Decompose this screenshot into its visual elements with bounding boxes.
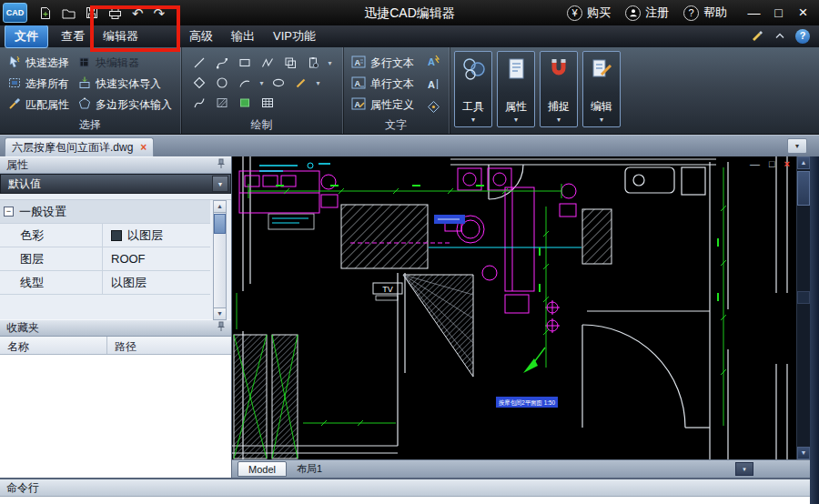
pin-icon[interactable]	[217, 158, 226, 172]
maximize-button[interactable]: □	[766, 5, 791, 20]
gradient-fill-icon[interactable]	[235, 94, 255, 112]
quick-entity-import-label: 快速实体导入	[96, 76, 161, 92]
property-grid-scrollbar[interactable]: ▲ ▼	[213, 200, 227, 320]
edit-label: 编辑	[591, 99, 612, 115]
attribute-tag-icon[interactable]	[427, 100, 440, 117]
menu-tab-vip[interactable]: VIP功能	[264, 25, 325, 47]
quick-entity-import-button[interactable]: 快速实体导入	[78, 74, 172, 95]
dropdown-arrow-icon: ▾	[600, 116, 603, 124]
property-row-color[interactable]: 色彩 以图层	[0, 224, 210, 247]
pin-icon[interactable]	[217, 321, 226, 335]
text-cursor-icon[interactable]: A	[427, 77, 440, 95]
tab-close-icon[interactable]: ×	[140, 141, 147, 154]
draw-group: ▾ ▾ ▾ 绘制	[181, 47, 343, 134]
polyline-icon[interactable]	[212, 54, 232, 72]
attribute-define-button[interactable]: A 属性定义	[351, 95, 414, 116]
chevron-down-icon[interactable]: ▼	[212, 176, 228, 192]
layout1-tab[interactable]: 布局1	[287, 461, 332, 477]
property-grid: − 一般设置 色彩 以图层 图层 ROOF 线型 以图层 ▲ ▼	[0, 199, 231, 319]
preset-dropdown[interactable]: 默认值 ▼	[0, 174, 231, 194]
block-editor-button[interactable]: 块编辑器	[78, 53, 172, 74]
sketch-pencil-icon[interactable]	[291, 74, 311, 92]
line-icon[interactable]	[189, 54, 209, 72]
scroll-up-icon[interactable]: ▲	[797, 156, 810, 169]
collapse-expander-icon[interactable]: −	[4, 207, 14, 217]
table-icon[interactable]	[258, 94, 278, 112]
command-line-input[interactable]	[0, 496, 810, 504]
drawing-minimize-icon[interactable]: —	[750, 159, 760, 169]
drawing-close-icon[interactable]: ×	[784, 159, 790, 169]
open-folder-button[interactable]	[62, 7, 76, 19]
polygon-entity-input-button[interactable]: 多边形实体输入	[78, 95, 172, 116]
multiline-text-button[interactable]: A 多行文本	[351, 53, 414, 74]
dropdown-arrow-icon[interactable]: ▾	[326, 59, 334, 67]
minimize-button[interactable]: —	[742, 5, 766, 20]
circle-icon[interactable]	[212, 74, 232, 92]
app-logo-icon: CAD	[3, 3, 27, 23]
favorites-name-column[interactable]: 名称	[0, 337, 107, 354]
tab-list-dropdown-button[interactable]: ▾	[787, 138, 807, 154]
property-value: 以图层	[127, 227, 163, 244]
dropdown-arrow-icon[interactable]: ▾	[314, 79, 322, 87]
properties-panel-title: 属性	[6, 157, 28, 173]
property-group-label: 一般设置	[19, 204, 66, 220]
document-tab[interactable]: 六层按摩包间立面详.dwg ×	[5, 137, 154, 156]
help-button[interactable]: ? 帮助	[683, 5, 727, 21]
command-line-header[interactable]: 命令行	[0, 478, 810, 496]
paste-special-icon[interactable]	[303, 54, 323, 72]
zigzag-line-icon[interactable]	[258, 54, 278, 72]
favorites-list[interactable]	[0, 355, 231, 478]
drawing-restore-icon[interactable]: □	[769, 159, 775, 169]
match-properties-label: 匹配属性	[25, 97, 69, 113]
properties-panel-button[interactable]: 属性 ▾	[497, 51, 535, 127]
quick-select-button[interactable]: 快速选择	[8, 53, 69, 74]
menu-tab-advanced[interactable]: 高级	[180, 25, 222, 47]
tools-panel-button[interactable]: 工具 ▾	[454, 51, 492, 127]
preset-value: 默认值	[8, 176, 41, 192]
layout-dropdown-button[interactable]: ▾	[735, 462, 753, 476]
scroll-up-icon[interactable]: ▲	[214, 201, 226, 213]
polygon-entity-icon	[78, 97, 91, 113]
match-properties-button[interactable]: 匹配属性	[8, 95, 69, 116]
scroll-down-icon[interactable]: ▼	[214, 307, 226, 319]
style-pencil-icon[interactable]	[751, 28, 764, 45]
quick-text-icon[interactable]: A	[427, 55, 440, 72]
select-all-button[interactable]: 选择所有	[8, 74, 69, 95]
edit-panel-button[interactable]: 编辑 ▾	[582, 51, 621, 127]
arc-icon[interactable]	[235, 74, 255, 92]
close-button[interactable]: ×	[791, 4, 815, 22]
property-value: 以图层	[111, 275, 147, 291]
scrollbar-thumb[interactable]	[214, 214, 226, 234]
cad-drawing-canvas[interactable]: 按摩包间2平面图 1:50 TV	[232, 156, 796, 459]
rectangle-icon[interactable]	[235, 54, 255, 72]
favorites-path-column[interactable]: 路径	[107, 337, 231, 354]
spline-icon[interactable]	[189, 94, 209, 112]
magnet-icon	[546, 56, 571, 86]
polygon-icon[interactable]	[189, 74, 209, 92]
register-button[interactable]: 注册	[625, 5, 669, 21]
menu-tab-view[interactable]: 查看	[52, 25, 94, 47]
model-tab[interactable]: Model	[238, 461, 287, 477]
singleline-text-label: 单行文本	[370, 76, 414, 92]
region-icon[interactable]	[280, 54, 300, 72]
dropdown-arrow-icon: ▾	[557, 116, 561, 124]
snap-panel-button[interactable]: 捕捉 ▾	[540, 51, 578, 127]
new-file-button[interactable]	[39, 6, 52, 20]
left-sidebar: 属性 默认值 ▼ − 一般设置 色彩 以图层 图层 ROOF 线型 以图层	[0, 156, 232, 478]
favorites-panel-title: 收藏夹	[6, 320, 39, 336]
canvas-vertical-scrollbar[interactable]: ▲ ▼	[796, 156, 810, 459]
scrollbar-thumb[interactable]	[797, 171, 810, 206]
menu-tab-output[interactable]: 输出	[222, 25, 264, 47]
dropdown-arrow-icon[interactable]: ▾	[258, 79, 266, 87]
hatch-icon[interactable]	[212, 94, 232, 112]
property-row-linetype[interactable]: 线型 以图层	[0, 271, 210, 295]
menu-tab-file[interactable]: 文件	[5, 25, 48, 48]
collapse-ribbon-icon[interactable]	[775, 32, 784, 41]
property-group-row[interactable]: − 一般设置	[0, 200, 210, 224]
ellipse-icon[interactable]	[268, 74, 288, 92]
property-row-layer[interactable]: 图层 ROOF	[0, 247, 210, 271]
singleline-text-button[interactable]: A 单行文本	[351, 74, 414, 95]
ribbon-help-icon[interactable]: ?	[795, 29, 810, 44]
scroll-down-icon[interactable]: ▼	[797, 447, 810, 459]
buy-button[interactable]: ¥ 购买	[567, 5, 611, 21]
